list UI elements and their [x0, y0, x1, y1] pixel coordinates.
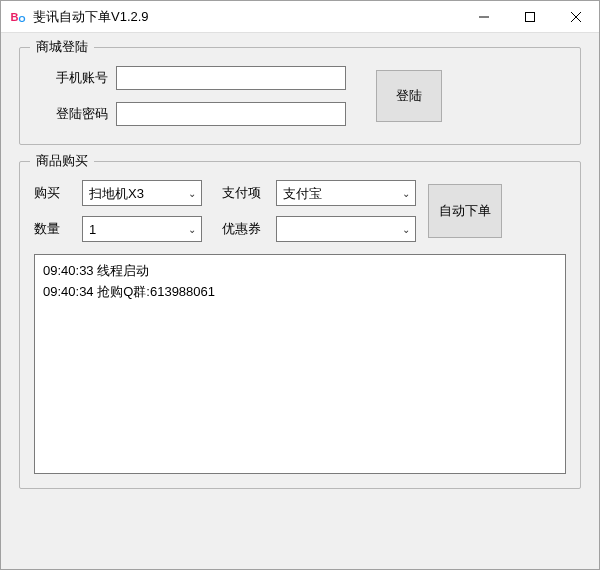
maximize-icon: [525, 12, 535, 22]
phone-label: 手机账号: [38, 69, 108, 87]
auto-order-button-label: 自动下单: [439, 202, 491, 220]
payment-label: 支付项: [222, 184, 272, 202]
buy-select[interactable]: 扫地机X3: [82, 180, 202, 206]
payment-select[interactable]: 支付宝: [276, 180, 416, 206]
password-input[interactable]: [116, 102, 346, 126]
login-fieldset: 商城登陆 手机账号 登陆密码 登陆: [19, 47, 581, 145]
coupon-select[interactable]: [276, 216, 416, 242]
close-button[interactable]: [553, 1, 599, 33]
quantity-select[interactable]: 1: [82, 216, 202, 242]
content-area: 商城登陆 手机账号 登陆密码 登陆 商品购买: [1, 33, 599, 569]
quantity-label: 数量: [34, 220, 78, 238]
password-label: 登陆密码: [38, 105, 108, 123]
minimize-icon: [479, 12, 489, 22]
buy-label: 购买: [34, 184, 78, 202]
window-title: 斐讯自动下单V1.2.9: [33, 8, 461, 26]
purchase-legend: 商品购买: [30, 152, 94, 170]
svg-rect-1: [526, 12, 535, 21]
app-window: BO 斐讯自动下单V1.2.9 商城登陆 手机账号: [0, 0, 600, 570]
maximize-button[interactable]: [507, 1, 553, 33]
login-button[interactable]: 登陆: [376, 70, 442, 122]
titlebar-controls: [461, 1, 599, 33]
titlebar: BO 斐讯自动下单V1.2.9: [1, 1, 599, 33]
coupon-label: 优惠券: [222, 220, 272, 238]
phone-input[interactable]: [116, 66, 346, 90]
login-button-label: 登陆: [396, 87, 422, 105]
close-icon: [571, 12, 581, 22]
purchase-fieldset: 商品购买 购买 扫地机X3 ⌄ 数量: [19, 161, 581, 489]
log-textarea[interactable]: 09:40:33 线程启动 09:40:34 抢购Q群:613988061: [34, 254, 566, 474]
login-legend: 商城登陆: [30, 38, 94, 56]
minimize-button[interactable]: [461, 1, 507, 33]
app-icon: BO: [9, 8, 27, 26]
auto-order-button[interactable]: 自动下单: [428, 184, 502, 238]
